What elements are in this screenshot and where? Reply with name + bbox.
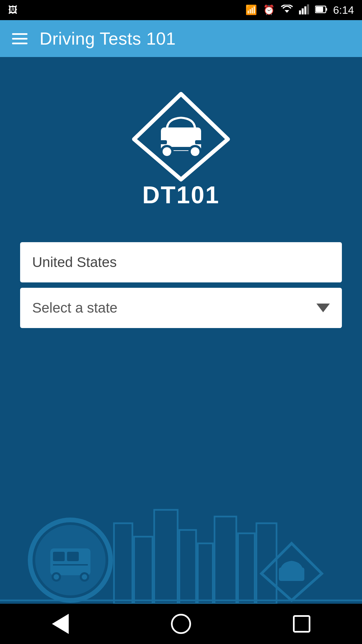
- logo-text: DT101: [142, 181, 220, 209]
- state-selector[interactable]: Select a state: [20, 288, 342, 328]
- svg-rect-30: [198, 543, 213, 604]
- svg-point-23: [54, 574, 59, 580]
- recent-apps-button[interactable]: [285, 610, 318, 637]
- back-icon: [52, 614, 69, 634]
- svg-rect-7: [316, 7, 323, 12]
- back-button[interactable]: [44, 610, 77, 637]
- status-time: 6:14: [333, 4, 354, 16]
- state-placeholder: Select a state: [32, 300, 117, 316]
- svg-rect-1: [299, 10, 301, 14]
- recent-apps-icon: [293, 615, 310, 633]
- bottom-illustration: [0, 476, 362, 604]
- app-bar: Driving Tests 101: [0, 20, 362, 57]
- app-logo: [127, 87, 235, 184]
- vibrate-icon: 📶: [245, 5, 257, 15]
- status-bar: 🖼 📶 ⏰ 6:14: [0, 0, 362, 20]
- battery-icon: [315, 5, 327, 15]
- svg-rect-20: [67, 552, 79, 561]
- svg-rect-4: [307, 4, 309, 14]
- svg-point-12: [191, 147, 199, 156]
- svg-rect-3: [304, 6, 306, 14]
- hamburger-menu-icon[interactable]: [12, 33, 27, 44]
- svg-rect-2: [302, 8, 304, 14]
- svg-rect-27: [134, 537, 153, 604]
- main-content: DT101 United States Select a state: [0, 57, 362, 604]
- svg-rect-21: [53, 564, 88, 566]
- selector-container: United States Select a state: [20, 242, 342, 328]
- app-title: Driving Tests 101: [40, 29, 176, 49]
- svg-point-10: [163, 147, 171, 156]
- svg-rect-34: [279, 568, 304, 581]
- signal-icon: [299, 4, 309, 16]
- country-value: United States: [32, 254, 117, 270]
- svg-rect-28: [154, 510, 178, 604]
- svg-rect-13: [160, 140, 167, 144]
- svg-rect-14: [195, 140, 202, 144]
- country-selector[interactable]: United States: [20, 242, 342, 282]
- svg-rect-26: [114, 523, 132, 604]
- status-bar-left-icons: 🖼: [8, 5, 17, 15]
- svg-rect-33: [256, 523, 277, 604]
- home-button[interactable]: [164, 610, 198, 637]
- svg-rect-29: [179, 530, 196, 604]
- svg-rect-32: [238, 533, 255, 604]
- svg-point-25: [82, 574, 87, 580]
- nav-bar: [0, 604, 362, 644]
- image-icon: 🖼: [8, 5, 17, 15]
- logo-container: DT101: [127, 87, 235, 209]
- chevron-down-icon: [316, 304, 330, 312]
- svg-marker-0: [285, 10, 289, 13]
- svg-rect-6: [326, 8, 327, 11]
- svg-rect-31: [215, 517, 236, 604]
- svg-rect-19: [53, 552, 65, 561]
- svg-rect-15: [171, 147, 191, 150]
- wifi-icon: [281, 5, 293, 16]
- home-icon: [171, 614, 191, 634]
- alarm-icon: ⏰: [263, 5, 275, 15]
